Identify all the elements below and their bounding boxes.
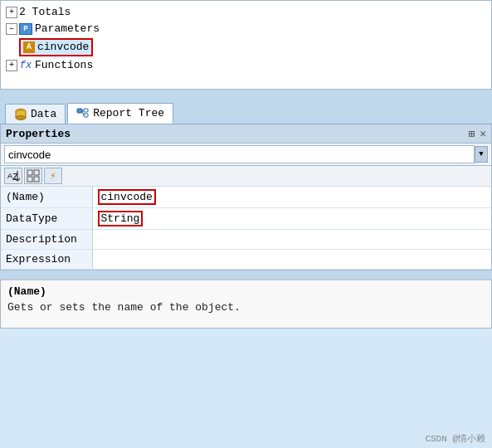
svg-rect-6: [84, 109, 88, 112]
tab-data[interactable]: Data: [5, 104, 66, 124]
middle-gap: [0, 270, 492, 279]
description-text: Gets or sets the name of the object.: [7, 301, 485, 314]
properties-header: Properties ⊞ ✕: [1, 124, 491, 144]
prop-label-description: Description: [1, 230, 92, 250]
svg-rect-16: [34, 177, 39, 182]
lightning-button[interactable]: ⚡: [44, 168, 62, 184]
properties-item-select[interactable]: [4, 145, 475, 163]
prop-value-name[interactable]: cinvcode: [92, 187, 491, 208]
tree-item-totals[interactable]: + 2 Totals: [6, 4, 486, 21]
report-tree-tab-icon: [76, 108, 90, 119]
tree-label-functions: Functions: [35, 58, 93, 73]
tab-data-label: Data: [31, 108, 56, 120]
svg-rect-14: [34, 170, 39, 175]
prop-label-expression: Expression: [1, 250, 92, 270]
pin-button[interactable]: ⊞: [469, 128, 475, 140]
gap: [0, 90, 492, 96]
prop-value-expression[interactable]: [92, 250, 491, 270]
tree-label-cinvcode: cinvcode: [37, 40, 89, 55]
tab-report-tree[interactable]: Report Tree: [67, 103, 173, 124]
close-button[interactable]: ✕: [480, 127, 486, 140]
prop-row-datatype: DataType String: [1, 208, 491, 230]
grid-view-button[interactable]: [24, 168, 42, 184]
properties-title: Properties: [6, 128, 71, 140]
svg-rect-7: [84, 114, 88, 117]
tree-item-functions[interactable]: + fx Functions: [6, 57, 486, 74]
tree-panel: + 2 Totals – P Parameters A cinvcode + f…: [0, 0, 492, 90]
expander-parameters[interactable]: –: [6, 23, 17, 35]
data-tab-icon: [14, 109, 27, 120]
svg-rect-15: [27, 177, 32, 182]
tree-label-parameters: Parameters: [35, 22, 100, 37]
svg-rect-13: [27, 170, 32, 175]
prop-value-datatype[interactable]: String: [92, 208, 491, 230]
tree-label-totals: 2 Totals: [19, 5, 71, 20]
prop-row-name: (Name) cinvcode: [1, 187, 491, 208]
sort-az-button[interactable]: A Z: [4, 168, 22, 184]
tree-item-parameters[interactable]: – P Parameters: [6, 21, 486, 37]
prop-row-expression: Expression: [1, 250, 491, 270]
expander-totals[interactable]: +: [6, 7, 17, 18]
properties-header-controls: ⊞ ✕: [469, 127, 486, 140]
properties-panel: Properties ⊞ ✕ ▼ A Z: [0, 124, 492, 270]
tab-report-tree-label: Report Tree: [93, 107, 164, 119]
properties-table: (Name) cinvcode DataType String Descript…: [1, 187, 491, 270]
properties-toolbar: A Z ⚡: [1, 166, 491, 187]
prop-row-description: Description: [1, 230, 491, 250]
param-icon: P: [19, 23, 32, 35]
watermark: CSDN @情小赖: [425, 432, 485, 445]
prop-label-datatype: DataType: [1, 208, 92, 230]
selected-item-box[interactable]: A cinvcode: [19, 38, 93, 56]
dropdown-arrow[interactable]: ▼: [475, 146, 488, 163]
prop-value-description[interactable]: [92, 230, 491, 250]
name-value-highlight: cinvcode: [98, 189, 156, 205]
datatype-value-highlight: String: [98, 211, 144, 226]
svg-rect-5: [77, 109, 82, 113]
fx-icon: fx: [19, 59, 32, 72]
expander-functions[interactable]: +: [6, 60, 17, 71]
properties-dropdown-row: ▼: [1, 144, 491, 166]
tree-item-cinvcode[interactable]: A cinvcode: [19, 37, 486, 57]
description-title: (Name): [7, 285, 485, 298]
tabs-row: Data Report Tree: [0, 96, 492, 124]
description-panel: (Name) Gets or sets the name of the obje…: [0, 279, 492, 329]
prop-label-name: (Name): [1, 187, 92, 208]
a-icon: A: [23, 41, 35, 53]
svg-point-2: [16, 115, 26, 119]
